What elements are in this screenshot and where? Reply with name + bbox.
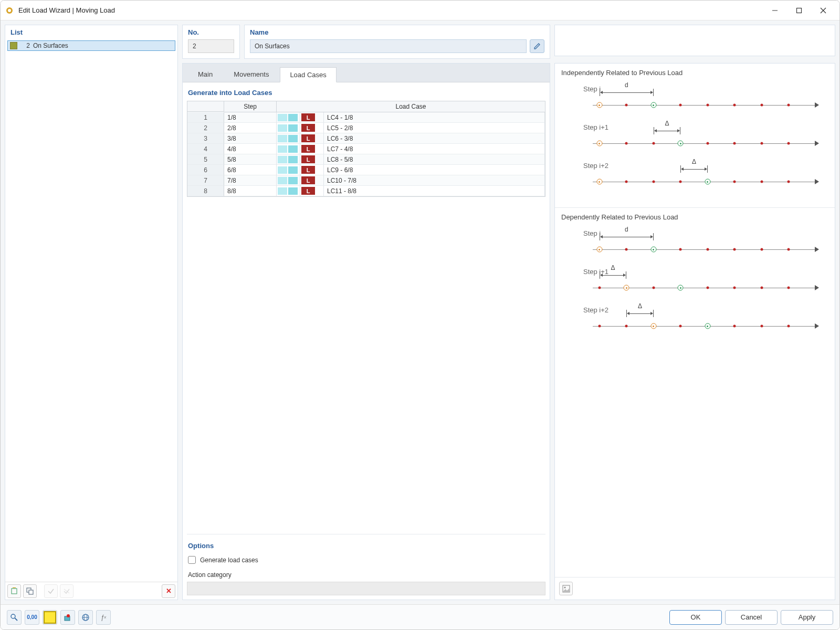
track: Δ — [593, 281, 818, 295]
track: d — [593, 243, 818, 256]
start-marker-icon — [596, 141, 602, 146]
step-cell: 7/8 — [224, 175, 277, 186]
svg-point-1 — [8, 9, 11, 12]
right-area: No. 2 Name On Surfaces Main Movements — [182, 25, 835, 600]
track: Δ — [593, 136, 818, 150]
dot-icon — [625, 325, 628, 328]
independent-title: Independently Related to Previous Load — [561, 69, 828, 77]
step-block: Step i+2Δ — [561, 162, 828, 188]
badge-cell: L — [300, 123, 324, 133]
dot-icon — [679, 181, 682, 183]
step-cell: 4/8 — [224, 144, 277, 154]
dimension-icon: Δ — [600, 271, 626, 279]
minimize-button[interactable] — [763, 1, 787, 20]
action-category-field[interactable] — [187, 582, 545, 595]
badge-cell: L — [300, 175, 324, 186]
action-category-label: Action category — [187, 566, 545, 582]
check-button[interactable] — [44, 584, 58, 598]
script-button[interactable]: ƒx — [96, 610, 111, 625]
dot-icon — [760, 142, 763, 145]
col-loadcase: Load Case — [277, 101, 545, 112]
step-cell: 5/8 — [224, 154, 277, 165]
table-row[interactable]: 44/8LLC7 - 4/8 — [187, 144, 545, 154]
swatch-cell — [277, 123, 300, 133]
app-icon — [5, 6, 14, 15]
edit-name-button[interactable] — [530, 39, 544, 53]
track: Δ — [593, 175, 818, 188]
badge-cell: L — [300, 112, 324, 123]
dot-icon — [788, 325, 790, 328]
dot-icon — [760, 325, 763, 328]
help-button[interactable] — [7, 610, 22, 625]
number-input[interactable]: 2 — [188, 39, 234, 53]
grid-section-title: Generate into Load Cases — [187, 87, 545, 101]
tab-main[interactable]: Main — [188, 67, 223, 82]
svg-rect-3 — [797, 8, 802, 13]
close-button[interactable] — [811, 1, 835, 20]
dot-icon — [706, 142, 709, 145]
preview-box — [554, 25, 835, 56]
svg-point-16 — [67, 614, 70, 617]
table-row[interactable]: 33/8LLC6 - 3/8 — [187, 133, 545, 144]
maximize-button[interactable] — [787, 1, 811, 20]
badge-cell: L — [300, 154, 324, 165]
ok-button[interactable]: OK — [669, 610, 722, 625]
copy-item-button[interactable] — [23, 584, 37, 598]
number-label: No. — [188, 28, 234, 36]
end-marker-icon — [678, 285, 684, 291]
layers-button[interactable] — [60, 610, 75, 625]
tab-body: Generate into Load Cases Step Load Case … — [183, 82, 550, 600]
swatch-cell — [277, 165, 300, 175]
dot-icon — [788, 181, 790, 183]
main-area: Main Movements Load Cases Generate into … — [182, 63, 835, 600]
badge-cell: L — [300, 186, 324, 196]
dot-icon — [733, 181, 736, 183]
table-row[interactable]: 88/8LLC11 - 8/8 — [187, 186, 545, 196]
loadcase-cell: LC5 - 2/8 — [324, 123, 545, 133]
content-area: List 2 On Surfaces ✕ — [1, 20, 839, 604]
cancel-button[interactable]: Cancel — [725, 610, 778, 625]
table-row[interactable]: 22/8LLC5 - 2/8 — [187, 123, 545, 133]
loadcase-cell: LC4 - 1/8 — [324, 112, 545, 123]
units-button[interactable]: 0,00 — [25, 610, 39, 625]
dimension-icon: d — [600, 233, 654, 240]
image-icon — [562, 585, 570, 593]
dot-icon — [625, 104, 628, 107]
dot-icon — [679, 104, 682, 107]
loadcase-cell: LC7 - 4/8 — [324, 144, 545, 154]
tab-movements[interactable]: Movements — [224, 67, 279, 82]
dot-icon — [760, 181, 763, 183]
dot-icon — [625, 181, 628, 183]
step-block: Step i+2Δ — [561, 306, 828, 333]
new-item-button[interactable] — [7, 584, 21, 598]
checkbox-icon — [188, 556, 196, 564]
name-input[interactable]: On Surfaces — [250, 39, 527, 53]
apply-button[interactable]: Apply — [781, 610, 833, 625]
delete-button[interactable]: ✕ — [162, 584, 175, 598]
end-marker-icon — [705, 179, 710, 185]
table-row[interactable]: 11/8LLC4 - 1/8 — [187, 112, 545, 123]
table-row[interactable]: 66/8LLC9 - 6/8 — [187, 165, 545, 175]
loadcase-cell: LC11 - 8/8 — [324, 186, 545, 196]
dot-icon — [706, 287, 709, 289]
table-row[interactable]: 55/8LLC8 - 5/8 — [187, 154, 545, 165]
globe-button[interactable] — [78, 610, 93, 625]
diagram-options-button[interactable] — [559, 582, 573, 595]
uncheck-button[interactable] — [60, 584, 74, 598]
end-marker-icon — [650, 247, 656, 253]
name-label: Name — [250, 28, 544, 36]
dot-icon — [788, 104, 790, 107]
dot-icon — [788, 142, 790, 145]
dot-icon — [625, 142, 628, 145]
generate-checkbox-row[interactable]: Generate load cases — [187, 554, 545, 566]
load-cases-grid: Step Load Case 11/8LLC4 - 1/822/8LLC5 - … — [187, 101, 545, 197]
dot-icon — [733, 287, 736, 289]
list-item[interactable]: 2 On Surfaces — [7, 40, 175, 51]
table-row[interactable]: 77/8LLC10 - 7/8 — [187, 175, 545, 186]
tab-load-cases[interactable]: Load Cases — [280, 67, 336, 82]
color-button[interactable] — [43, 610, 57, 625]
dot-icon — [788, 248, 790, 251]
row-number: 8 — [187, 186, 224, 196]
layers-icon — [64, 613, 72, 622]
swatch-cell — [277, 112, 300, 123]
